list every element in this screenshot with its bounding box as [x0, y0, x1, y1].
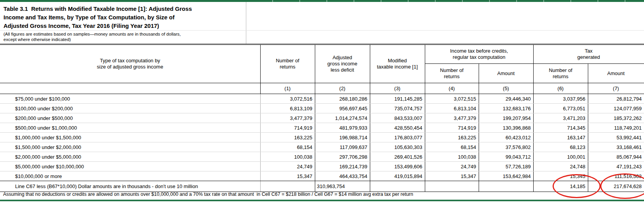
column-number[interactable]: (5): [479, 83, 533, 94]
data-cell[interactable]: 481,979,933: [315, 123, 370, 133]
data-cell[interactable]: 464,433,754: [315, 171, 370, 181]
data-cell[interactable]: 310,963,754: [315, 181, 370, 192]
table-row: $1,500,000 under $2,000,000 68,154 117,0…: [0, 142, 644, 152]
data-cell[interactable]: 956,697,645: [315, 104, 370, 113]
data-cell[interactable]: 100,038: [260, 152, 315, 162]
data-cell[interactable]: 3,072,515: [425, 94, 479, 104]
data-cell[interactable]: 714,919: [260, 123, 315, 133]
data-cell[interactable]: 24,749: [425, 162, 479, 171]
table-row: $75,000 under $100,000 3,072,516 268,180…: [0, 94, 644, 104]
data-cell[interactable]: [425, 181, 479, 192]
subheader-number-of-returns[interactable]: Number of returns: [533, 64, 588, 83]
data-cell[interactable]: 130,396,868: [479, 123, 533, 133]
data-cell[interactable]: 419,015,894: [370, 171, 425, 181]
data-cell[interactable]: 1,014,274,574: [315, 113, 370, 123]
data-cell[interactable]: [260, 181, 315, 192]
data-cell[interactable]: 268,180,286: [315, 94, 370, 104]
column-number[interactable]: (1): [260, 83, 315, 94]
data-cell[interactable]: 24,749: [260, 162, 315, 171]
data-cell[interactable]: 3,072,516: [260, 94, 315, 104]
data-cell[interactable]: 163,225: [260, 133, 315, 142]
group-header-tax-generated[interactable]: Tax generated: [533, 45, 644, 64]
data-cell[interactable]: [370, 181, 425, 192]
data-cell[interactable]: 117,099,637: [315, 142, 370, 152]
data-cell[interactable]: 6,813,104: [425, 104, 479, 113]
data-cell[interactable]: 735,074,757: [370, 104, 425, 113]
data-cell[interactable]: 843,533,007: [370, 113, 425, 123]
data-cell[interactable]: 714,345: [533, 123, 588, 133]
row-label[interactable]: $75,000 under $100,000: [0, 94, 260, 104]
data-cell[interactable]: 3,471,203: [533, 113, 588, 123]
column-header-row-label[interactable]: Type of tax computation by size of adjus…: [0, 45, 260, 83]
row-label[interactable]: $1,000,000 under $1,500,000: [0, 133, 260, 142]
row-label[interactable]: $100,000 under $200,000: [0, 104, 260, 113]
data-cell[interactable]: 68,154: [260, 142, 315, 152]
data-cell[interactable]: 3,037,956: [533, 94, 588, 104]
data-cell[interactable]: 15,347: [425, 171, 479, 181]
data-cell[interactable]: 85,067,944: [588, 152, 644, 162]
row-label[interactable]: $5,000,000 under $10,000,000: [0, 162, 260, 171]
data-cell[interactable]: 3,477,379: [260, 113, 315, 123]
row-label[interactable]: $2,000,000 under $5,000,000: [0, 152, 260, 162]
data-cell[interactable]: 53,992,441: [588, 133, 644, 142]
data-cell[interactable]: 185,372,262: [588, 113, 644, 123]
data-cell[interactable]: 24,748: [533, 162, 588, 171]
row-label[interactable]: $500,000 under $1,000,000: [0, 123, 260, 133]
subheader-number-of-returns[interactable]: Number of returns: [425, 64, 479, 83]
data-cell[interactable]: 124,077,959: [588, 104, 644, 113]
column-number-empty-cell[interactable]: [0, 83, 260, 94]
data-cell[interactable]: 132,683,176: [479, 104, 533, 113]
data-cell[interactable]: 297,706,298: [315, 152, 370, 162]
data-cell[interactable]: 15,347: [260, 171, 315, 181]
subheader-amount[interactable]: Amount: [479, 64, 533, 83]
column-header-modified-taxable-income[interactable]: Modified taxable income [1]: [370, 45, 425, 83]
data-cell[interactable]: 428,550,454: [370, 123, 425, 133]
data-cell[interactable]: 37,576,802: [479, 142, 533, 152]
column-number[interactable]: (2): [315, 83, 370, 94]
data-cell[interactable]: 169,214,739: [315, 162, 370, 171]
data-cell[interactable]: 100,001: [533, 152, 588, 162]
data-cell[interactable]: 118,749,201: [588, 123, 644, 133]
column-number[interactable]: (7): [588, 83, 644, 94]
column-header-agi-less-deficit[interactable]: Adjusted gross income less deficit: [315, 45, 370, 83]
row-label[interactable]: $1,500,000 under $2,000,000: [0, 142, 260, 152]
data-cell[interactable]: 199,207,954: [479, 113, 533, 123]
data-cell[interactable]: 57,726,189: [479, 162, 533, 171]
data-cell[interactable]: 714,919: [425, 123, 479, 133]
column-number[interactable]: (3): [370, 83, 425, 94]
group-header-income-tax-before-credits[interactable]: Income tax before credits, regular tax c…: [425, 45, 533, 64]
subheader-amount[interactable]: Amount: [588, 64, 644, 83]
excel-theme-top-bar: [0, 0, 644, 2]
data-cell[interactable]: 68,154: [425, 142, 479, 152]
data-cell[interactable]: 29,446,340: [479, 94, 533, 104]
data-cell[interactable]: 33,168,461: [588, 142, 644, 152]
row-label[interactable]: $200,000 under $500,000: [0, 113, 260, 123]
data-cell[interactable]: 99,043,712: [479, 152, 533, 162]
data-cell[interactable]: 176,803,077: [370, 133, 425, 142]
data-cell[interactable]: 269,401,526: [370, 152, 425, 162]
data-cell[interactable]: 153,642,984: [479, 171, 533, 181]
data-cell[interactable]: 6,813,109: [260, 104, 315, 113]
data-cell[interactable]: 196,988,714: [315, 133, 370, 142]
data-cell[interactable]: 105,630,303: [370, 142, 425, 152]
data-cell[interactable]: 163,225: [425, 133, 479, 142]
data-cell[interactable]: 191,145,285: [370, 94, 425, 104]
data-cell[interactable]: 47,191,243: [588, 162, 644, 171]
summary-row-label[interactable]: Line C67 less (B67*10,000) Dollar amount…: [0, 181, 260, 192]
data-cell[interactable]: 60,423,012: [479, 133, 533, 142]
data-cell[interactable]: 100,038: [425, 152, 479, 162]
row-label[interactable]: $10,000,000 or more: [0, 171, 260, 181]
data-cell[interactable]: [479, 181, 533, 192]
tax-data-table: Type of tax computation by size of adjus…: [0, 44, 644, 192]
data-cell[interactable]: 3,477,379: [425, 113, 479, 123]
column-number[interactable]: (4): [425, 83, 479, 94]
column-header-number-of-returns[interactable]: Number of returns: [260, 45, 315, 83]
table-subtitle: (All figures are estimates based on samp…: [3, 31, 244, 42]
column-number[interactable]: (6): [533, 83, 588, 94]
data-cell[interactable]: 163,147: [533, 133, 588, 142]
data-cell[interactable]: 6,773,051: [533, 104, 588, 113]
data-cell[interactable]: 26,812,794: [588, 94, 644, 104]
data-cell[interactable]: 153,499,606: [370, 162, 425, 171]
data-cell[interactable]: 68,123: [533, 142, 588, 152]
title-area-gridline-horizontal: [0, 30, 644, 31]
